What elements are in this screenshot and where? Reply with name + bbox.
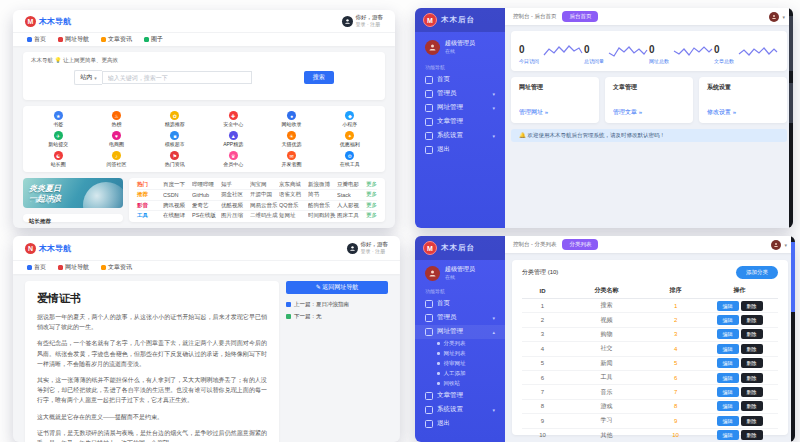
app-item[interactable]: ⚙在线工具 (321, 149, 379, 169)
edit-button[interactable]: 编辑 (717, 344, 739, 354)
sidebar-item-settings[interactable]: 系统设置▾ (415, 129, 505, 143)
scrollbar-thumb[interactable] (789, 83, 793, 123)
topbar-tab-tag[interactable]: 分类列表 (562, 239, 598, 250)
app-item[interactable]: ■模板超市 (146, 129, 204, 149)
link[interactable]: 短网址 (279, 212, 308, 219)
link[interactable]: 图床工具 (337, 212, 366, 219)
delete-button[interactable]: 删除 (741, 344, 763, 354)
edit-button[interactable]: 编辑 (717, 401, 739, 411)
edit-button[interactable]: 编辑 (717, 387, 739, 397)
app-item[interactable]: ✿精选推荐 (146, 109, 204, 129)
link[interactable]: 哔哩哔哩 (192, 181, 221, 188)
nav-item-sites[interactable]: 网址导航 (58, 263, 89, 272)
delete-button[interactable]: 删除 (741, 430, 763, 440)
topbar-user[interactable]: ▾ (769, 12, 785, 22)
card-link[interactable]: 管理文章 » (613, 108, 685, 117)
scrollbar[interactable] (791, 236, 795, 442)
sidebar-subitem-review[interactable]: 待审网址 (415, 359, 505, 369)
nav-item-articles[interactable]: 文章资讯 (101, 35, 132, 44)
card-link[interactable]: 修改设置 » (707, 108, 779, 117)
delete-button[interactable]: 删除 (741, 387, 763, 397)
promo-banner[interactable]: 炎炎夏日一起冲浪 · 夏日专题 · (23, 178, 123, 208)
link[interactable]: 京东商城 (279, 181, 308, 188)
app-item[interactable]: ☀天猫优选 (262, 129, 320, 149)
card-link[interactable]: 管理网址 » (519, 108, 591, 117)
more-link[interactable]: 更多 (366, 181, 377, 188)
link[interactable]: 语雀文档 (279, 191, 308, 198)
delete-button[interactable]: 删除 (741, 315, 763, 325)
prev-article-link[interactable]: 上一篇：夏日冲浪指南 (286, 301, 388, 308)
sidebar-item-sites[interactable]: 网址管理▴ (415, 325, 505, 339)
user-sub[interactable]: 登录 · 注册 (361, 248, 389, 254)
link[interactable]: 淘宝网 (250, 181, 279, 188)
app-item[interactable]: ✉开发者圈 (262, 149, 320, 169)
edit-button[interactable]: 编辑 (717, 358, 739, 368)
scrollbar-thumb[interactable] (791, 242, 795, 312)
link[interactable]: PS在线版 (192, 212, 221, 219)
topbar-tab-tag[interactable]: 后台首页 (562, 11, 598, 22)
app-item[interactable]: ✈新站提交 (29, 129, 87, 149)
link[interactable]: 酷狗音乐 (308, 202, 337, 209)
link[interactable]: 图片压缩 (221, 212, 250, 219)
delete-button[interactable]: 删除 (741, 358, 763, 368)
delete-button[interactable]: 删除 (741, 416, 763, 426)
site-logo[interactable]: M 木木导航 (25, 16, 71, 27)
sidebar-item-home[interactable]: 首页 (415, 73, 505, 87)
nav-item-home[interactable]: 首页 (27, 263, 46, 272)
more-link[interactable]: 更多 (366, 212, 377, 219)
link[interactable]: 豆瓣电影 (337, 181, 366, 188)
app-item[interactable]: ★书签 (29, 109, 87, 129)
user-sub[interactable]: 登录 · 注册 (356, 21, 384, 27)
link[interactable]: 爱奇艺 (192, 202, 221, 209)
nav-item-home[interactable]: 首页 (27, 35, 46, 44)
more-link[interactable]: 更多 (366, 191, 377, 198)
search-scope-select[interactable]: 站内▾ (74, 70, 102, 85)
sidebar-item-admins[interactable]: 管理员▾ (415, 311, 505, 325)
scrollbar[interactable] (789, 8, 793, 228)
delete-button[interactable]: 删除 (741, 329, 763, 339)
delete-button[interactable]: 删除 (741, 401, 763, 411)
sidebar-subitem-manual-add[interactable]: 人工添加 (415, 369, 505, 379)
user-box[interactable]: 你好，游客 登录 · 注册 (347, 241, 389, 254)
user-box[interactable]: 你好，游客 登录 · 注册 (342, 14, 384, 27)
nav-item-circle[interactable]: 圈子 (144, 35, 163, 44)
nav-item-sites[interactable]: 网址导航 (58, 35, 89, 44)
link[interactable]: QQ音乐 (279, 202, 308, 209)
admin-logo[interactable]: M木木后台 (415, 236, 505, 260)
edit-button[interactable]: 编辑 (717, 329, 739, 339)
site-logo[interactable]: N 木木导航 (25, 243, 71, 254)
edit-button[interactable]: 编辑 (717, 416, 739, 426)
edit-button[interactable]: 编辑 (717, 301, 739, 311)
app-item[interactable]: ♨热榜 (87, 109, 145, 129)
link[interactable]: 优酷视频 (221, 202, 250, 209)
more-link[interactable]: 更多 (366, 202, 377, 209)
app-item[interactable]: ☯站长圈 (29, 149, 87, 169)
delete-button[interactable]: 删除 (741, 301, 763, 311)
app-item[interactable]: ●网站收录 (262, 109, 320, 129)
sidebar-item-settings[interactable]: 系统设置▾ (415, 403, 505, 417)
link[interactable]: 知乎 (221, 181, 250, 188)
delete-button[interactable]: 删除 (741, 373, 763, 383)
app-item[interactable]: ⚑热门资讯 (146, 149, 204, 169)
sidebar-item-logout[interactable]: 退出 (415, 143, 505, 157)
app-item[interactable]: ◆小程序 (321, 109, 379, 129)
nav-item-articles[interactable]: 文章资讯 (101, 263, 132, 272)
sidebar-subitem-categories[interactable]: 分类列表 (415, 339, 505, 349)
app-item[interactable]: ♛会员中心 (204, 149, 262, 169)
search-button[interactable]: 搜索 (304, 71, 334, 84)
app-item[interactable]: ♥电商圈 (87, 129, 145, 149)
link[interactable]: 开源中国 (250, 191, 279, 198)
sidebar-item-home[interactable]: 首页 (415, 297, 505, 311)
link[interactable]: CSDN (163, 192, 192, 198)
sidebar-item-articles[interactable]: 文章管理 (415, 389, 505, 403)
add-category-button[interactable]: 添加分类 (736, 266, 778, 279)
sidebar-item-logout[interactable]: 退出 (415, 417, 505, 431)
app-item[interactable]: ✦优惠福利 (321, 129, 379, 149)
next-article-link[interactable]: 下一篇：无 (286, 313, 388, 320)
sidebar-item-sites[interactable]: 网址管理▾ (415, 101, 505, 115)
link[interactable]: 百度一下 (163, 181, 192, 188)
sidebar-subitem-recycle[interactable]: 回收站 (415, 379, 505, 389)
admin-logo[interactable]: M木木后台 (415, 8, 505, 32)
app-item[interactable]: ▲APP精选 (204, 129, 262, 149)
link[interactable]: 掘金社区 (221, 191, 250, 198)
